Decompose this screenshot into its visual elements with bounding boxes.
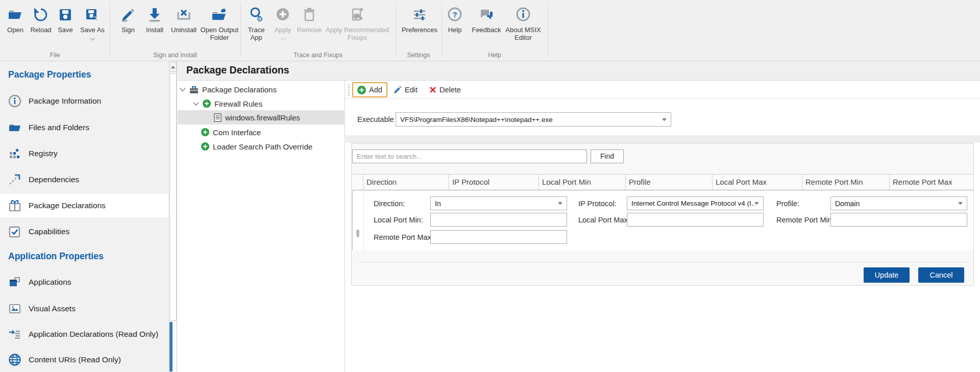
sidebar-item-files-and-folders[interactable]: Files and Folders	[0, 116, 168, 139]
grid-column-remote-port-max[interactable]: Remote Port Max	[890, 175, 972, 190]
content-header: Package Declarations	[178, 61, 980, 81]
preferences-sliders-icon	[399, 4, 440, 26]
sidebar-item-content-uris[interactable]: Content URIs (Read Only)	[0, 348, 168, 371]
sidebar-item-visual-assets[interactable]: Visual Assets	[0, 297, 168, 320]
local-port-min-input[interactable]	[430, 213, 567, 227]
help-button[interactable]: ? Help	[445, 4, 465, 34]
update-button[interactable]: Update	[864, 267, 910, 283]
tree-item-package-declarations[interactable]: Package Declarations	[178, 82, 345, 96]
ribbon-group-label-file: File	[0, 52, 110, 59]
tree-item-windows-firewallrules[interactable]: windows.firewallRules	[178, 110, 345, 125]
document-icon	[214, 113, 222, 122]
scrollbar-thumb[interactable]	[169, 73, 177, 321]
direction-label: Direction:	[374, 200, 405, 208]
ribbon-divider	[396, 3, 396, 58]
edit-button[interactable]: Edit	[389, 82, 422, 97]
fixups-icon	[322, 4, 393, 26]
grid-column-local-port-max[interactable]: Local Port Max	[713, 175, 802, 190]
tree-item-com-interface[interactable]: Com Interface	[178, 125, 345, 139]
save-icon	[54, 4, 77, 26]
about-msix-editor-button[interactable]: About MSIX Editor	[503, 4, 544, 41]
ribbon-group-label-sign-and-install: Sign and Install	[110, 52, 240, 59]
dropdown-arrow-icon	[662, 118, 667, 121]
save-as-icon	[78, 4, 107, 26]
uninstall-button[interactable]: Uninstall	[167, 4, 200, 34]
open-button[interactable]: Open	[4, 4, 27, 34]
grid-column-ip-protocol[interactable]: IP Protocol	[449, 175, 539, 190]
toolbar-grip[interactable]	[348, 84, 350, 96]
navigation-sidebar: Package Properties Package Information F…	[0, 61, 168, 372]
direction-dropdown[interactable]: In	[430, 196, 567, 210]
sidebar-scrollbar[interactable]	[168, 61, 177, 372]
open-output-folder-button[interactable]: Open Output Folder	[196, 4, 243, 41]
tree-item-firewall-rules[interactable]: Firewall Rules	[178, 96, 345, 111]
ip-protocol-dropdown[interactable]: Internet Control Message Protocol v4 (I.…	[627, 196, 764, 210]
grid-column-remote-port-min[interactable]: Remote Port Min	[802, 175, 890, 190]
edit-pencil-icon	[394, 86, 402, 94]
save-button[interactable]: Save	[54, 4, 77, 34]
preferences-button[interactable]: Preferences	[399, 4, 440, 34]
sidebar-item-applications[interactable]: Applications	[0, 270, 168, 294]
firewall-rules-editor: Add Edit Delete Executable VFS\ProgramFi…	[346, 81, 980, 372]
grid-column-direction[interactable]: Direction	[363, 175, 449, 190]
sidebar-item-capabilities[interactable]: Capabilities	[0, 220, 168, 243]
svg-text:?: ?	[452, 10, 457, 19]
profile-label: Profile:	[776, 200, 799, 208]
trash-icon	[295, 4, 324, 26]
sidebar-item-package-information[interactable]: Package Information	[0, 89, 168, 113]
sidebar-item-application-declarations[interactable]: Application Declarations (Read Only)	[0, 323, 168, 346]
msix-editor-window: Open Reload Save Save As Sign	[0, 0, 980, 372]
triangle-up-icon	[171, 66, 175, 68]
sidebar-item-registry[interactable]: Registry	[0, 142, 168, 165]
executable-combobox[interactable]: VFS\ProgramFilesX86\Notepad++\notepad++.…	[396, 112, 671, 127]
scrollbar-up-button[interactable]	[169, 62, 177, 72]
edit-row-form: Direction: In IP Protocol: Internet Cont…	[352, 191, 973, 250]
checkbox-icon	[8, 225, 21, 238]
save-as-button[interactable]: Save As	[78, 4, 107, 41]
profile-dropdown[interactable]: Domain	[830, 196, 967, 210]
apply-recommended-fixups-button[interactable]: Apply Recommended Fixups	[322, 4, 393, 41]
open-folder-icon	[4, 4, 27, 26]
remote-port-min-input[interactable]	[830, 213, 967, 227]
search-input[interactable]	[352, 150, 587, 163]
chevron-expanded-icon[interactable]	[180, 85, 185, 91]
plus-circle-icon	[201, 128, 209, 136]
uninstall-icon	[167, 4, 200, 26]
ip-protocol-label: IP Protocol:	[578, 200, 617, 208]
cancel-button[interactable]: Cancel	[918, 267, 964, 283]
dropdown-arrow-icon	[958, 202, 963, 205]
plus-circle-icon	[201, 142, 209, 151]
add-plus-circle-icon	[357, 86, 366, 94]
dependencies-arrow-icon	[8, 173, 21, 186]
delete-x-icon	[429, 86, 436, 93]
sign-button[interactable]: Sign	[117, 4, 139, 34]
sidebar-item-dependencies[interactable]: Dependencies	[0, 168, 168, 191]
ribbon-toolbar: Open Reload Save Save As Sign	[0, 0, 980, 61]
chevron-down-icon	[280, 36, 285, 41]
remote-port-max-label: Remote Port Max:	[374, 233, 433, 241]
local-port-max-input[interactable]	[627, 213, 764, 227]
plus-circle-icon	[203, 100, 211, 108]
feedback-button[interactable]: Feedback	[470, 4, 503, 34]
sidebar-item-package-declarations[interactable]: Package Declarations	[0, 194, 168, 217]
grid-column-profile[interactable]: Profile	[626, 175, 713, 190]
reload-icon	[28, 4, 54, 26]
apply-button[interactable]: Apply	[271, 4, 295, 41]
add-button[interactable]: Add	[352, 82, 387, 97]
scrollbar-accent-thumb[interactable]	[169, 322, 173, 371]
feedback-icon	[470, 4, 503, 26]
ribbon-group-label-settings: Settings	[396, 52, 442, 59]
remote-port-max-input[interactable]	[430, 230, 567, 244]
globe-icon	[8, 353, 21, 366]
grid-column-local-port-min[interactable]: Local Port Min	[539, 175, 626, 190]
remove-button[interactable]: Remove	[295, 4, 324, 34]
ribbon-group-label-help: Help	[442, 52, 548, 59]
tree-item-loader-search-path-override[interactable]: Loader Search Path Override	[178, 139, 345, 154]
delete-button[interactable]: Delete	[425, 82, 465, 97]
trace-app-button[interactable]: Trace App	[244, 4, 268, 41]
about-info-icon	[503, 4, 544, 26]
install-button[interactable]: Install	[141, 4, 168, 34]
find-button[interactable]: Find	[591, 150, 624, 163]
chevron-expanded-icon[interactable]	[193, 100, 199, 105]
reload-button[interactable]: Reload	[28, 4, 54, 34]
